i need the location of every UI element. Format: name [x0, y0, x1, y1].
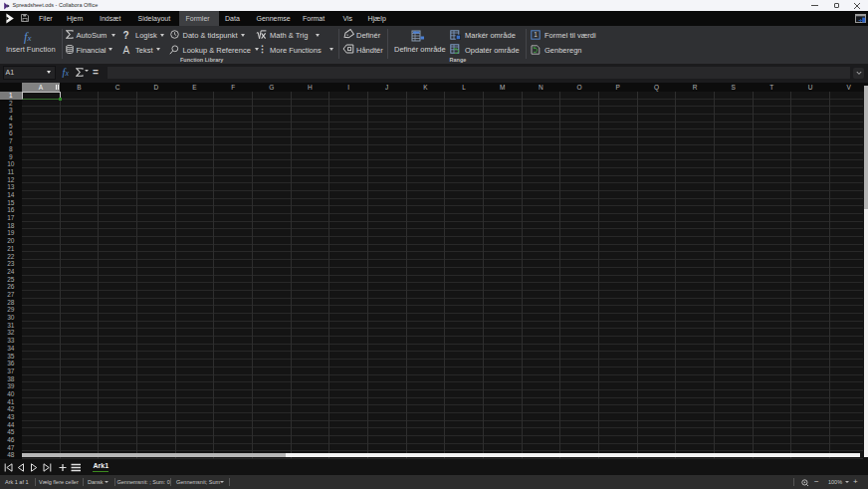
svg-text:1: 1	[534, 31, 538, 38]
